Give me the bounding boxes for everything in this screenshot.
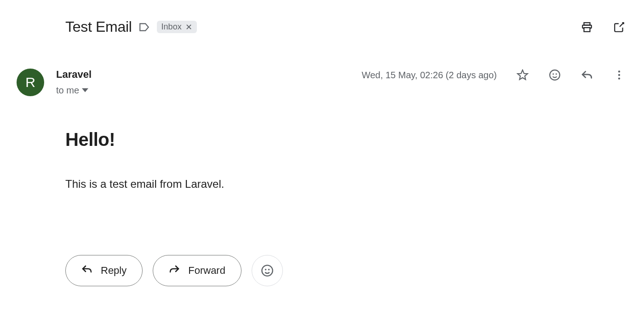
- svg-point-3: [550, 70, 560, 80]
- caret-down-icon: [82, 85, 88, 96]
- open-new-window-button[interactable]: [613, 21, 626, 34]
- importance-marker-icon[interactable]: [138, 21, 150, 33]
- svg-marker-2: [518, 70, 528, 80]
- recipient-text: to me: [56, 85, 79, 96]
- recipient-dropdown[interactable]: to me: [56, 85, 92, 96]
- timestamp: Wed, 15 May, 02:26 (2 days ago): [362, 70, 497, 81]
- star-button[interactable]: [516, 69, 529, 81]
- message-meta: Wed, 15 May, 02:26 (2 days ago): [362, 69, 630, 81]
- svg-point-9: [262, 265, 272, 276]
- action-row: Reply Forward: [14, 255, 630, 286]
- email-subject: Test Email: [65, 18, 132, 35]
- body-heading: Hello!: [65, 129, 630, 150]
- email-view: Test Email Inbox ✕: [0, 0, 644, 300]
- forward-label: Forward: [188, 265, 225, 277]
- forward-button[interactable]: Forward: [153, 255, 242, 286]
- sender-name: Laravel: [56, 69, 92, 81]
- svg-point-5: [556, 74, 557, 74]
- svg-point-4: [553, 74, 553, 74]
- sender-avatar[interactable]: R: [17, 69, 44, 96]
- svg-point-7: [618, 74, 620, 76]
- forward-arrow-icon: [169, 264, 180, 278]
- reply-icon-button[interactable]: [581, 69, 593, 81]
- avatar-initial: R: [25, 75, 35, 90]
- svg-point-11: [269, 269, 269, 270]
- sender-row: R Laravel to me Wed, 15 May, 02:26 (2 da…: [14, 69, 630, 96]
- remove-label-icon[interactable]: ✕: [185, 23, 192, 31]
- print-button[interactable]: [581, 21, 593, 34]
- svg-rect-1: [584, 28, 590, 32]
- svg-point-10: [265, 269, 266, 270]
- label-inbox-text: Inbox: [161, 22, 182, 32]
- reply-label: Reply: [101, 265, 126, 277]
- body-text: This is a test email from Laravel.: [65, 178, 630, 191]
- email-body: Hello! This is a test email from Laravel…: [14, 129, 630, 191]
- subject-row: Test Email Inbox ✕: [14, 18, 630, 35]
- more-options-button[interactable]: [613, 69, 626, 81]
- add-reaction-button[interactable]: [252, 255, 283, 286]
- subject-actions: [581, 21, 630, 34]
- label-inbox[interactable]: Inbox ✕: [157, 21, 197, 33]
- svg-point-6: [618, 70, 620, 72]
- sender-info: Laravel to me: [56, 69, 92, 96]
- reply-arrow-icon: [81, 264, 92, 278]
- reply-button[interactable]: Reply: [65, 255, 143, 286]
- emoji-reaction-button[interactable]: [548, 69, 561, 81]
- svg-point-8: [618, 77, 620, 79]
